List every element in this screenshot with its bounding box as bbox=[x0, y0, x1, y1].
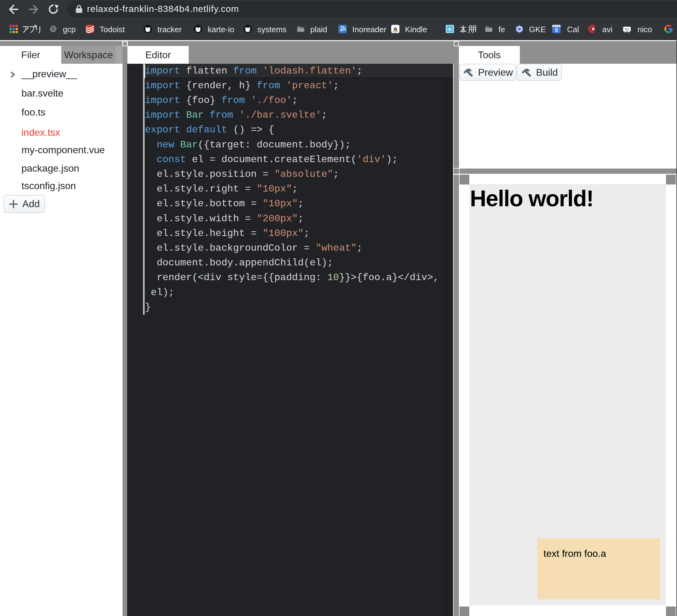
svg-text:a: a bbox=[394, 26, 397, 32]
svg-text:k: k bbox=[448, 26, 452, 32]
svg-text:5: 5 bbox=[555, 27, 558, 33]
